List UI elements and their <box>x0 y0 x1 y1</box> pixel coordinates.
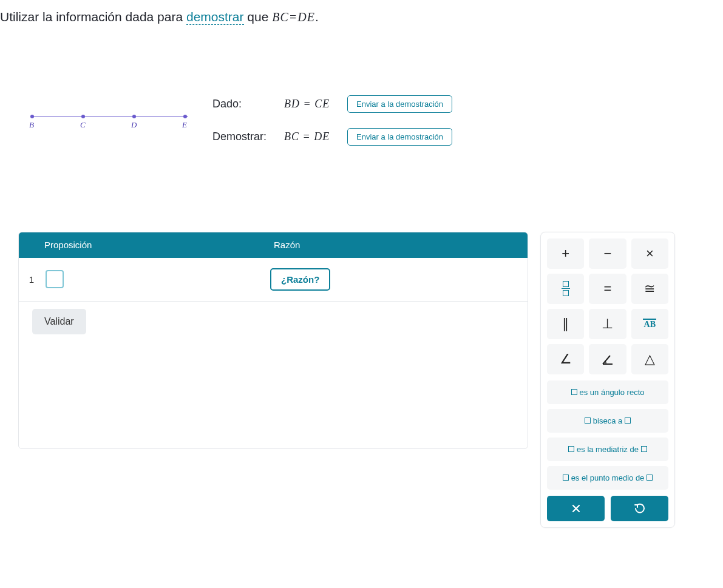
placeholder-icon <box>571 389 577 395</box>
prompt-post1: que <box>244 10 273 24</box>
key-perpendicular[interactable]: ⊥ <box>589 309 626 339</box>
given-expression: BD = CE <box>284 98 336 110</box>
key-measured-angle[interactable] <box>589 344 626 374</box>
key-minus[interactable]: − <box>589 238 626 269</box>
phrase-right-angle-label: es un ángulo recto <box>580 388 645 397</box>
header-reason: Razón <box>274 240 300 250</box>
given-label: Dado: <box>212 98 273 110</box>
symbol-keypad: + − × = ≅ ∥ ⊥ AB ∠ <box>540 232 675 528</box>
diagram-line <box>30 117 188 117</box>
reason-button[interactable]: ¿Razón? <box>270 268 330 291</box>
proof-row: 1 ¿Razón? <box>19 258 528 302</box>
diagram-point-d <box>132 115 136 118</box>
prompt-math: BC=DE <box>272 10 315 24</box>
proof-header: Proposición Razón <box>19 232 528 258</box>
phrase-midpoint-label: es el punto medio de <box>571 473 645 482</box>
diagram-label-c: C <box>80 120 86 130</box>
placeholder-icon <box>625 417 631 424</box>
placeholder-icon <box>568 446 574 452</box>
key-segment[interactable]: AB <box>631 309 668 339</box>
prove-label: Demostrar: <box>212 130 273 143</box>
phrase-midpoint[interactable]: es el punto medio de <box>547 466 668 490</box>
prompt-post2: . <box>315 10 319 24</box>
givens-block: Dado: BD = CE Enviar a la demostración D… <box>212 93 452 159</box>
placeholder-icon <box>585 417 591 424</box>
keypad-clear-button[interactable] <box>547 496 605 521</box>
diagram-label-b: B <box>29 120 34 130</box>
phrase-perp-bisector-label: es la mediatriz de <box>577 445 639 454</box>
problem-prompt: Utilizar la información dada para demost… <box>0 7 723 27</box>
close-icon <box>571 503 582 514</box>
placeholder-icon <box>563 475 569 481</box>
key-parallel[interactable]: ∥ <box>547 309 584 339</box>
validate-button[interactable]: Validar <box>32 309 86 334</box>
key-triangle[interactable]: △ <box>631 344 668 374</box>
header-proposition: Proposición <box>19 240 274 250</box>
send-given-button[interactable]: Enviar a la demostración <box>347 95 452 113</box>
phrase-bisects-label: biseca a <box>593 416 622 425</box>
row-number: 1 <box>19 274 44 285</box>
measured-angle-icon <box>601 353 614 366</box>
key-plus[interactable]: + <box>547 238 584 269</box>
phrase-right-angle[interactable]: es un ángulo recto <box>547 380 668 404</box>
placeholder-icon <box>647 475 653 481</box>
phrase-bisects[interactable]: biseca a <box>547 409 668 433</box>
key-equals[interactable]: = <box>589 274 626 304</box>
demostrar-link[interactable]: demostrar <box>186 10 244 25</box>
keypad-undo-button[interactable] <box>611 496 668 521</box>
key-times[interactable]: × <box>631 238 668 269</box>
diagram-point-e <box>183 115 187 118</box>
proposition-input[interactable] <box>46 270 64 288</box>
key-congruent[interactable]: ≅ <box>631 274 668 304</box>
fraction-icon <box>562 280 570 297</box>
diagram-point-b <box>30 115 34 118</box>
diagram-label-e: E <box>182 120 187 130</box>
prompt-pre: Utilizar la información dada para <box>0 10 186 24</box>
diagram-label-d: D <box>131 120 137 130</box>
send-prove-button[interactable]: Enviar a la demostración <box>347 128 452 146</box>
prove-expression: BC = DE <box>284 130 336 143</box>
proof-panel: Proposición Razón 1 ¿Razón? Validar <box>18 232 528 449</box>
segment-diagram: B C D E <box>30 108 188 144</box>
phrase-perp-bisector[interactable]: es la mediatriz de <box>547 438 668 461</box>
undo-icon <box>634 502 646 515</box>
placeholder-icon <box>641 446 647 452</box>
diagram-point-c <box>81 115 85 118</box>
segment-icon: AB <box>643 319 656 329</box>
key-fraction[interactable] <box>547 274 584 304</box>
key-angle[interactable]: ∠ <box>547 344 584 374</box>
